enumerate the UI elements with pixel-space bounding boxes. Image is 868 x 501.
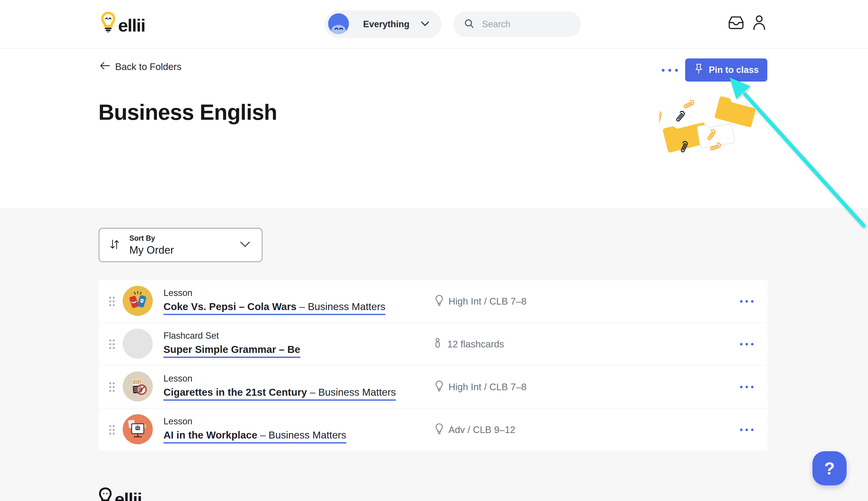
item-more-options-button[interactable]	[736, 335, 757, 353]
item-type-label: Lesson	[163, 373, 396, 384]
inbox-tray-icon	[728, 15, 744, 30]
scope-selected-value: Everything	[363, 19, 410, 30]
item-type-label: Flashcard Set	[163, 331, 300, 341]
sort-by-dropdown[interactable]: Sort By My Order	[99, 228, 262, 262]
item-flashcards-count: 12 flashcards	[447, 339, 504, 350]
pushpin-icon	[694, 63, 704, 77]
item-level-text: High Int / CLB 7–8	[448, 296, 527, 307]
item-title-link[interactable]: Super Simple Grammar – Be	[163, 344, 300, 358]
item-title-link[interactable]: Coke Vs. Pepsi – Cola Wars – Business Ma…	[163, 301, 385, 315]
arrow-left-icon	[99, 61, 110, 72]
lesson-thumbnail-coke-vs-pepsi	[123, 286, 153, 317]
lightbulb-icon	[435, 295, 444, 308]
ellipsis-icon	[739, 342, 754, 346]
item-level-text: High Int / CLB 7–8	[448, 382, 527, 393]
top-navbar: ellii Everything	[0, 0, 868, 49]
folder-item-list: Lesson Coke Vs. Pepsi – Cola Wars – Busi…	[99, 280, 768, 451]
ellipsis-icon	[739, 385, 754, 389]
scope-avatar	[328, 13, 349, 35]
list-item-cigarettes-21st-century: $ Lesson Cigarettes in the 21st Century …	[99, 366, 768, 408]
ellipsis-icon	[660, 68, 679, 72]
drag-handle-icon[interactable]	[108, 424, 115, 435]
sort-by-label: Sort By	[129, 234, 174, 242]
chevron-down-icon	[240, 241, 250, 249]
global-search[interactable]	[453, 12, 581, 37]
drag-handle-icon[interactable]	[108, 382, 115, 393]
list-item-super-simple-grammar: Flashcard Set Super Simple Grammar – Be …	[99, 323, 768, 365]
profile-button[interactable]	[752, 15, 766, 31]
search-scope-dropdown[interactable]: Everything	[325, 10, 442, 38]
drag-handle-icon[interactable]	[108, 296, 115, 307]
item-title-link[interactable]: Cigarettes in the 21st Century – Busines…	[163, 386, 396, 401]
list-item-coke-vs-pepsi: Lesson Coke Vs. Pepsi – Cola Wars – Busi…	[99, 280, 768, 322]
help-button[interactable]: ?	[813, 451, 847, 486]
logo-wordmark: ellii	[118, 17, 145, 34]
sort-by-value: My Order	[129, 244, 174, 256]
list-item-ai-in-the-workplace: Lesson AI in the Workplace – Business Ma…	[99, 409, 768, 451]
search-icon	[464, 19, 475, 30]
chevron-down-icon	[421, 21, 430, 28]
person-icon	[752, 15, 766, 30]
folder-title: Business English	[98, 99, 277, 125]
item-more-options-button[interactable]	[736, 379, 757, 396]
folder-more-options-button[interactable]	[660, 64, 680, 77]
lightbulb-icon	[435, 423, 444, 437]
pin-button-label: Pin to class	[709, 65, 759, 75]
item-level-meta: High Int / CLB 7–8	[435, 295, 527, 308]
sort-arrows-icon	[110, 238, 119, 252]
item-level-meta: High Int / CLB 7–8	[435, 380, 527, 394]
ellipsis-icon	[739, 300, 754, 303]
back-to-folders-link[interactable]: Back to Folders	[99, 61, 181, 72]
item-title-link[interactable]: AI in the Workplace – Business Matters	[163, 429, 346, 444]
ellipsis-icon	[739, 428, 754, 431]
lightbulb-icon	[435, 380, 444, 394]
search-input[interactable]	[482, 19, 566, 30]
logo-wordmark: ellii	[115, 491, 141, 501]
back-link-label: Back to Folders	[115, 61, 181, 72]
drag-handle-icon[interactable]	[108, 339, 115, 350]
lightbulb-logo-icon	[98, 487, 112, 501]
lightbulb-logo-icon	[101, 12, 116, 34]
item-more-options-button[interactable]	[736, 421, 757, 438]
footer-ellii-logo: ellii	[98, 487, 141, 501]
item-more-options-button[interactable]	[736, 293, 757, 310]
flashcard-set-thumbnail	[123, 328, 153, 360]
item-flashcards-meta: 12 flashcards	[435, 338, 504, 351]
lesson-thumbnail-ai-workplace	[123, 414, 153, 446]
item-level-meta: Adv / CLB 9–12	[435, 423, 515, 437]
folders-illustration	[659, 92, 771, 171]
inbox-button[interactable]	[728, 15, 744, 31]
pin-to-class-button[interactable]: Pin to class	[685, 58, 767, 82]
ellii-logo[interactable]: ellii	[101, 12, 145, 34]
flashcards-icon	[435, 338, 442, 351]
item-type-label: Lesson	[163, 288, 385, 298]
question-mark-icon: ?	[824, 458, 835, 478]
item-type-label: Lesson	[163, 416, 346, 427]
svg-text:$: $	[140, 387, 142, 392]
item-level-text: Adv / CLB 9–12	[448, 424, 515, 435]
lesson-thumbnail-cigarettes: $	[123, 371, 153, 403]
